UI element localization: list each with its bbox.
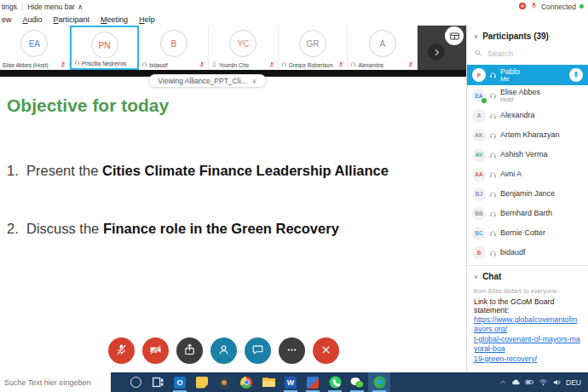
headset-icon [489, 245, 497, 261]
titlebar-row: tings | Hide menu bar ∧ Connected [0, 0, 588, 13]
menu-item-audio[interactable]: Audio [23, 15, 43, 24]
connected-dot-icon [579, 4, 584, 9]
menu-item-meeting[interactable]: Meeting [101, 15, 128, 24]
mic-off-icon [115, 343, 128, 359]
menu-item-participant[interactable]: Participant [54, 15, 90, 24]
link-line[interactable]: 19-green-recovery/ [474, 355, 581, 364]
participant-name: Priscilla Negreiros [82, 61, 135, 66]
leave-meeting-button[interactable] [313, 337, 339, 364]
participant-row[interactable]: AK Artem Kharazyan [467, 125, 588, 145]
list-number: 1. [7, 162, 26, 180]
avatar: EA [20, 30, 48, 57]
participant-row[interactable]: B bidaudf [467, 243, 588, 262]
next-participants-button[interactable] [428, 43, 445, 61]
taskbar-icon-wechat[interactable] [346, 372, 368, 392]
taskbar-icon-word[interactable]: W [280, 372, 302, 392]
taskbar-icon-webex[interactable] [368, 372, 390, 392]
windows-taskbar: OW DEU [0, 372, 588, 392]
participants-panel-header[interactable]: ∨ Participants (39) [467, 26, 588, 43]
participant-name-bar: Elise Abbes (Host) [0, 60, 69, 70]
filmstrip-more-block [418, 26, 466, 70]
taskbar-icon-whatsapp[interactable] [324, 372, 346, 392]
avatar: P [472, 68, 486, 82]
headset-icon [74, 60, 80, 66]
headset-icon [489, 128, 497, 143]
share-button[interactable] [176, 337, 203, 364]
participant-name: bidaudf [500, 248, 526, 257]
video-tile[interactable]: EA Elise Abbes (Host) [0, 26, 70, 70]
stop-video-button[interactable] [142, 337, 169, 364]
taskbar-icon-taskview[interactable] [147, 372, 169, 392]
participant-row[interactable]: EA Elise AbbesHost [467, 85, 588, 106]
taskbar-icon-explorer[interactable] [257, 372, 280, 392]
connection-status-label: Connected [541, 3, 576, 11]
video-tile[interactable]: B bidaudf [139, 26, 209, 70]
cloud-icon[interactable] [511, 378, 521, 387]
avatar: B [160, 30, 187, 57]
taskbar-search-input[interactable] [0, 378, 111, 388]
mute-button[interactable] [108, 337, 135, 364]
taskbar-icon-office[interactable] [302, 372, 324, 392]
taskbar-search-box[interactable] [0, 372, 111, 392]
headset-icon [489, 187, 497, 202]
participant-row[interactable]: AA Avni A [467, 164, 588, 184]
chevron-up-icon[interactable] [499, 378, 507, 386]
taskbar-icon-cortana[interactable] [124, 372, 147, 392]
avatar: A [472, 109, 486, 123]
participant-row[interactable]: P PabloMe [467, 65, 588, 85]
person-icon [217, 343, 230, 359]
participant-name: Avni A [500, 170, 522, 178]
chat-panel-header[interactable]: ∨ Chat [467, 266, 588, 284]
video-tile[interactable]: A Alexandra [348, 26, 418, 70]
settings-label-fragment[interactable]: tings [2, 3, 17, 11]
more-options-button[interactable] [279, 337, 305, 364]
chat-message-meta: from Elise Abbes to everyone: [474, 287, 581, 295]
participants-button[interactable] [210, 337, 237, 364]
participant-name: Benjamin Jance [500, 189, 555, 198]
video-tile[interactable]: GR Gregor Robertson [279, 26, 349, 70]
layout-view-button[interactable] [445, 26, 464, 45]
menu-item-ew[interactable]: ew [2, 15, 12, 24]
avatar: BB [472, 207, 486, 221]
menu-item-help[interactable]: Help [139, 15, 155, 24]
search-icon [474, 45, 482, 61]
hide-menu-bar-button[interactable]: Hide menu bar ∧ [27, 3, 83, 11]
headset-icon [489, 88, 497, 103]
shared-content-stage: Viewing Alliance_PPT_Cli... ∨ Objective … [0, 77, 466, 372]
chat-messages: from Elise Abbes to everyone: Link to th… [467, 284, 588, 364]
participant-name-bar: bidaudf [139, 60, 208, 70]
taskbar-icon-media[interactable] [213, 372, 235, 392]
taskbar-icon-chrome[interactable] [235, 372, 257, 392]
volume-icon[interactable] [552, 378, 562, 387]
participant-search[interactable] [467, 43, 588, 65]
list-text: Discuss the Finance role in the Green Re… [26, 220, 339, 238]
headset-icon [489, 226, 497, 241]
link-line[interactable]: https://www.globalcovenantofmayors.org/ [474, 315, 581, 335]
participant-name-bar: Priscilla Negreiros [72, 58, 138, 68]
video-tile[interactable]: YC Yoonjin Cho [209, 26, 279, 70]
avatar: GR [299, 30, 326, 57]
participant-name: Bernhard Barth [500, 209, 552, 217]
chat-message-link[interactable]: https://www.globalcovenantofmayors.org/t… [474, 315, 581, 364]
webex-meeting-window: tings | Hide menu bar ∧ Connected ewAudi… [0, 0, 588, 392]
taskbar-icon-outlook[interactable]: O [169, 372, 191, 392]
participant-row[interactable]: BB Bernhard Barth [467, 204, 588, 223]
headset-icon [141, 61, 147, 68]
participant-name: Alexandra [500, 111, 535, 119]
wifi-icon[interactable] [539, 378, 548, 387]
participant-row[interactable]: BJ Benjamin Jance [467, 184, 588, 204]
slide-heading: Objective for today [7, 95, 169, 116]
search-input[interactable] [486, 48, 581, 59]
chat-button[interactable] [245, 337, 271, 364]
participant-row[interactable]: A Alexandra [467, 106, 588, 125]
language-indicator[interactable]: DEU [566, 378, 581, 387]
battery-icon[interactable] [525, 378, 534, 387]
link-line[interactable]: t-global-covenant-of-mayors-mayoral-boa [474, 335, 581, 355]
video-tile[interactable]: PN Priscilla Negreiros [70, 26, 140, 70]
viewing-dropdown[interactable]: Viewing Alliance_PPT_Cli... ∨ [148, 74, 266, 88]
participant-row[interactable]: BC Bernie Cotter [467, 223, 588, 243]
taskbar-icon-sticky-notes[interactable] [191, 372, 213, 392]
chevron-down-icon: ∨ [474, 33, 478, 40]
participant-row[interactable]: AV Ashish Verma [467, 145, 588, 164]
phone-icon [211, 61, 217, 68]
